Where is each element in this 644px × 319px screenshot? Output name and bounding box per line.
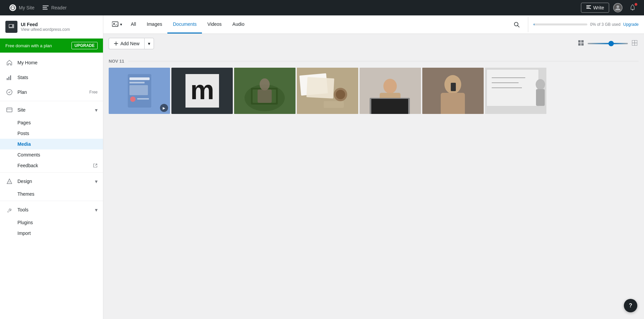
site-subnav: Pages Posts Media Comments Feedback (0, 117, 103, 171)
add-new-group: Add New ▾ (109, 38, 154, 49)
wordpress-logo (9, 4, 16, 11)
thumb-7-image (485, 68, 546, 114)
svg-rect-7 (586, 8, 590, 9)
storage-text: 0% of 3 GB used (590, 22, 621, 27)
svg-rect-39 (137, 98, 149, 100)
sidebar-item-tools[interactable]: Tools ▾ (0, 202, 103, 217)
feedback-label: Feedback (17, 163, 38, 168)
sidebar-item-design[interactable]: Design ▾ (0, 174, 103, 189)
reader-button[interactable]: Reader (39, 0, 71, 15)
notifications-button[interactable] (627, 2, 639, 14)
site-name: UI Feed (21, 22, 98, 27)
stats-icon (5, 73, 13, 81)
thumb-2-image: m (185, 74, 219, 108)
site-nav-icon (5, 106, 13, 114)
size-slider[interactable] (588, 43, 628, 44)
media-thumbnail-4[interactable] (297, 68, 358, 114)
svg-rect-37 (129, 85, 148, 95)
tab-documents[interactable]: Documents (167, 15, 202, 34)
write-icon (586, 5, 591, 10)
plan-badge: Free (89, 90, 98, 94)
svg-rect-17 (7, 108, 12, 112)
storage-track (534, 23, 587, 25)
add-new-button[interactable]: Add New (109, 38, 144, 49)
svg-rect-13 (7, 78, 8, 80)
svg-rect-35 (129, 77, 150, 80)
plan-icon (5, 88, 13, 96)
search-button[interactable] (511, 18, 523, 30)
sidebar-item-plugins[interactable]: Plugins (0, 217, 103, 228)
nav-item-left: Site (5, 106, 25, 114)
divider-1 (0, 101, 103, 101)
media-filter-dropdown[interactable]: ▾ (109, 15, 125, 34)
sidebar: UI Feed View uifeed.wordpress.com Free d… (0, 15, 103, 319)
sidebar-item-posts[interactable]: Posts (0, 128, 103, 139)
help-button[interactable]: ? (624, 299, 637, 312)
my-home-label: My Home (17, 60, 38, 65)
design-subnav: Themes (0, 189, 103, 199)
sidebar-item-site[interactable]: Site ▾ (0, 103, 103, 117)
tools-label: Tools (17, 207, 29, 212)
tools-subnav: Plugins Import (0, 217, 103, 239)
nav-item-left: Plan (5, 88, 27, 96)
tab-videos[interactable]: Videos (202, 15, 227, 34)
sidebar-item-comments[interactable]: Comments (0, 149, 103, 160)
svg-rect-28 (578, 43, 581, 46)
sidebar-item-media[interactable]: Media (0, 139, 103, 149)
svg-rect-2 (43, 5, 49, 6)
site-url: View uifeed.wordpress.com (21, 27, 98, 32)
tab-images[interactable]: Images (142, 15, 168, 34)
sidebar-item-my-home[interactable]: My Home (0, 55, 103, 70)
svg-rect-26 (578, 40, 581, 43)
reader-icon (43, 5, 49, 10)
sidebar-item-plan[interactable]: Plan Free (0, 85, 103, 100)
sidebar-item-themes[interactable]: Themes (0, 189, 103, 199)
my-site-label: My Site (19, 5, 35, 10)
svg-rect-36 (129, 82, 145, 83)
thumb-5-image (360, 68, 421, 114)
add-new-dropdown-button[interactable]: ▾ (144, 38, 154, 49)
sidebar-item-feedback[interactable]: Feedback (0, 160, 103, 171)
media-toolbar: Add New ▾ (103, 34, 644, 53)
media-content: NOV 11 ▶ (103, 53, 644, 319)
grid-small-icon[interactable] (577, 39, 585, 49)
sidebar-item-import[interactable]: Import (0, 228, 103, 239)
my-site-button[interactable]: My Site (5, 0, 39, 15)
site-chevron-icon: ▾ (95, 107, 98, 113)
media-thumbnail-3[interactable] (234, 68, 296, 114)
svg-line-23 (518, 25, 519, 27)
site-icon-img (8, 23, 15, 30)
media-thumbnail-6[interactable] (422, 68, 484, 114)
tab-all[interactable]: All (125, 15, 142, 34)
media-thumbnail-2[interactable]: m (171, 68, 233, 114)
write-button[interactable]: Write (581, 3, 609, 13)
media-tabs: ▾ All Images Documents Videos Audio (103, 15, 528, 34)
media-thumbnail-7[interactable] (485, 68, 546, 114)
notifications-container (627, 2, 639, 14)
plus-icon (114, 41, 118, 46)
tab-all-label: All (131, 21, 136, 27)
svg-rect-10 (632, 9, 633, 10)
svg-rect-12 (9, 25, 12, 27)
upgrade-button[interactable]: UPGRADE (71, 42, 98, 49)
sidebar-item-stats[interactable]: Stats (0, 70, 103, 85)
svg-rect-3 (43, 7, 47, 8)
design-chevron-icon: ▾ (95, 178, 98, 185)
svg-rect-70 (536, 89, 545, 106)
tab-audio[interactable]: Audio (227, 15, 250, 34)
grid-large-icon[interactable] (631, 39, 639, 49)
svg-rect-5 (586, 5, 591, 6)
media-thumbnail-1[interactable]: ▶ (109, 68, 170, 114)
sidebar-item-pages[interactable]: Pages (0, 117, 103, 128)
media-thumbnail-5[interactable] (360, 68, 421, 114)
storage-upgrade-link[interactable]: Upgrade (623, 22, 639, 27)
image-filter-icon (112, 21, 119, 27)
site-label: Site (17, 107, 25, 113)
avatar-button[interactable] (612, 2, 624, 14)
sidebar-nav: My Home Stats Plan (0, 53, 103, 319)
main-layout: UI Feed View uifeed.wordpress.com Free d… (0, 15, 644, 319)
svg-point-9 (616, 5, 619, 8)
thumb-6-image (422, 68, 484, 114)
svg-rect-20 (112, 22, 118, 26)
reader-label: Reader (51, 5, 67, 10)
